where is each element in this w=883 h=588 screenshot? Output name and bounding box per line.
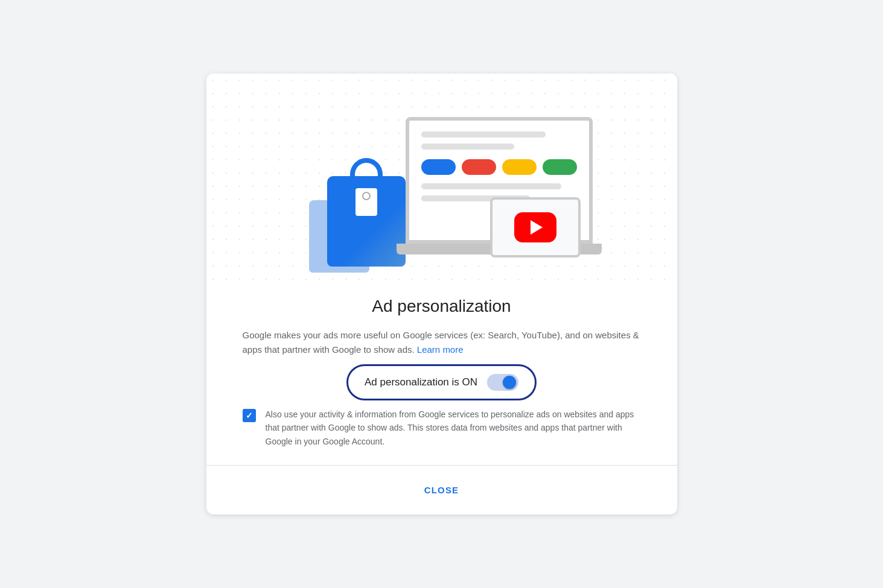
dialog-title: Ad personalization	[243, 297, 641, 316]
shopping-bag	[327, 176, 406, 267]
play-icon	[531, 220, 543, 235]
checkbox-input[interactable]: ✓	[243, 409, 256, 422]
screen-line-3	[421, 183, 561, 189]
dialog-content: Ad personalization Google makes your ads…	[206, 291, 677, 514]
phone	[490, 197, 581, 258]
screen-btn-blue	[421, 159, 456, 175]
toggle-section: Ad personalization is ON	[243, 374, 641, 391]
toggle-label: Ad personalization is ON	[365, 376, 477, 388]
phone-screen	[490, 197, 581, 258]
toggle-thumb	[503, 376, 516, 389]
screen-line-1	[421, 131, 546, 138]
screen-line-2	[421, 144, 515, 150]
close-button[interactable]: CLOSE	[410, 478, 474, 502]
toggle-switch[interactable]	[487, 374, 518, 391]
dialog-description: Google makes your ads more useful on Goo…	[243, 328, 641, 357]
screen-buttons	[421, 159, 577, 175]
screen-btn-yellow	[502, 159, 537, 175]
checkmark-icon: ✓	[246, 411, 253, 420]
illustration-area	[206, 74, 677, 291]
screen-btn-red	[462, 159, 496, 175]
bag-body	[327, 176, 406, 267]
checkbox-row: ✓ Also use your activity & information f…	[243, 408, 641, 448]
checkbox-label: Also use your activity & information fro…	[266, 408, 641, 448]
youtube-button	[514, 212, 556, 242]
learn-more-link[interactable]: Learn more	[417, 344, 464, 355]
ad-personalization-dialog: Ad personalization Google makes your ads…	[206, 74, 677, 514]
screen-btn-green	[543, 159, 577, 175]
bag-tag	[355, 188, 377, 216]
toggle-oval-wrapper: Ad personalization is ON	[365, 374, 518, 391]
toggle-track	[487, 374, 518, 391]
dialog-footer: CLOSE	[243, 466, 641, 514]
